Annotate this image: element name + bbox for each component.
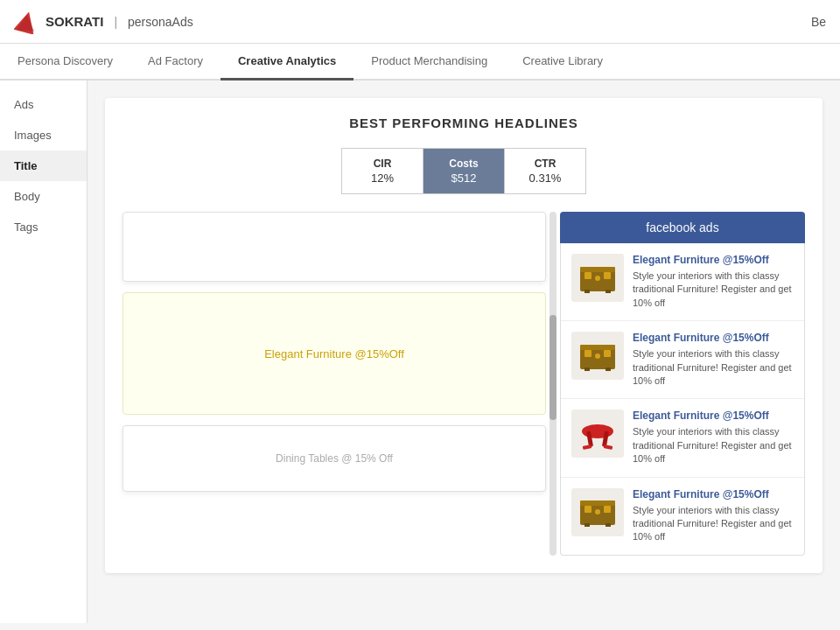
ad-desc-3: Style your interiors with this classy tr… [633, 425, 794, 466]
product-name: personaAds [128, 15, 193, 29]
svg-rect-15 [606, 368, 611, 371]
ad-desc-2: Style your interiors with this classy tr… [633, 347, 794, 388]
app-header: SOKRATI | personaAds Be [0, 0, 840, 44]
ad-item-2[interactable]: Elegant Furniture @15%Off Style your int… [561, 321, 804, 399]
header-right: Be [811, 15, 826, 29]
sidebar-item-ads[interactable]: Ads [0, 89, 87, 120]
svg-rect-10 [580, 345, 615, 350]
metrics-row: CIR 12% Costs $512 CTR 0.31% [341, 148, 586, 194]
svg-point-16 [582, 424, 613, 438]
facebook-ads-header: facebook ads [560, 212, 805, 243]
sidebar-item-body[interactable]: Body [0, 181, 87, 212]
ad-text-col-1: Elegant Furniture @15%Off Style your int… [633, 254, 794, 310]
sokrati-logo-icon [14, 10, 38, 34]
card-yellow: Elegant Furniture @15%Off [122, 292, 546, 415]
svg-rect-23 [584, 506, 592, 513]
svg-rect-3 [580, 267, 615, 272]
ad-image-2 [571, 332, 624, 380]
nav-tabs: Persona Discovery Ad Factory Creative An… [0, 44, 840, 80]
main-content: BEST PERFORMING HEADLINES CIR 12% Costs … [88, 80, 840, 623]
logo-text: SOKRATI [46, 14, 103, 29]
ad-list: Elegant Furniture @15%Off Style your int… [560, 243, 805, 556]
metric-cir-label: CIR [356, 158, 409, 170]
scroll-thumb [550, 315, 556, 420]
logo-area: SOKRATI | personaAds [14, 10, 193, 34]
metric-ctr[interactable]: CTR 0.31% [505, 149, 585, 193]
ad-title-3: Elegant Furniture @15%Off [633, 410, 794, 422]
two-col-layout: Elegant Furniture @15%Off Dining Tables … [122, 212, 805, 556]
metric-ctr-value: 0.31% [519, 172, 571, 185]
metric-costs-value: $512 [438, 172, 490, 185]
logo-separator: | [114, 15, 117, 29]
ad-text-col-4: Elegant Furniture @15%Off Style your int… [633, 488, 794, 544]
svg-rect-24 [604, 506, 611, 513]
metric-cir[interactable]: CIR 12% [342, 149, 424, 193]
svg-point-6 [595, 276, 600, 281]
card-gray-text: Dining Tables @ 15% Off [141, 444, 528, 473]
card-yellow-text: Elegant Furniture @15%Off [264, 347, 404, 360]
scroll-strip[interactable] [550, 212, 556, 556]
tab-persona-discovery[interactable]: Persona Discovery [0, 44, 130, 80]
tab-creative-library[interactable]: Creative Library [505, 44, 620, 80]
tab-creative-analytics[interactable]: Creative Analytics [220, 44, 354, 80]
svg-rect-26 [584, 523, 590, 527]
sidebar-item-tags[interactable]: Tags [0, 212, 87, 242]
ad-text-col-3: Elegant Furniture @15%Off Style your int… [633, 410, 794, 466]
ad-item-1[interactable]: Elegant Furniture @15%Off Style your int… [561, 243, 804, 321]
metric-cir-value: 12% [356, 172, 409, 185]
svg-rect-22 [580, 500, 615, 506]
svg-rect-11 [584, 350, 592, 357]
ad-item-4[interactable]: Elegant Furniture @15%Off Style your int… [561, 478, 804, 555]
sidebar-item-title[interactable]: Title [0, 150, 87, 181]
ad-image-1 [571, 254, 624, 302]
svg-rect-14 [584, 368, 590, 371]
svg-point-13 [595, 354, 600, 359]
svg-rect-20 [604, 444, 613, 450]
svg-rect-7 [584, 290, 590, 293]
content-panel: BEST PERFORMING HEADLINES CIR 12% Costs … [105, 98, 822, 573]
tab-product-merchandising[interactable]: Product Merchandising [354, 44, 505, 80]
svg-rect-5 [604, 272, 611, 279]
ad-image-3 [571, 410, 624, 458]
card-white-1 [122, 212, 546, 282]
left-col: Elegant Furniture @15%Off Dining Tables … [122, 212, 546, 556]
tab-ad-factory[interactable]: Ad Factory [130, 44, 220, 80]
ad-desc-1: Style your interiors with this classy tr… [633, 270, 794, 310]
metric-costs-label: Costs [438, 158, 490, 170]
svg-point-25 [595, 509, 600, 514]
ad-desc-4: Style your interiors with this classy tr… [633, 504, 794, 544]
sidebar-item-images[interactable]: Images [0, 120, 87, 150]
right-col: facebook ads [560, 212, 805, 556]
ad-image-4 [571, 488, 624, 536]
card-white-2: Dining Tables @ 15% Off [122, 425, 546, 492]
ad-title-1: Elegant Furniture @15%Off [633, 254, 794, 266]
metric-ctr-label: CTR [519, 158, 571, 170]
panel-title: BEST PERFORMING HEADLINES [122, 116, 805, 130]
svg-rect-27 [606, 523, 611, 527]
layout: Ads Images Title Body Tags BEST PERFORMI… [0, 80, 840, 623]
ad-text-col-2: Elegant Furniture @15%Off Style your int… [633, 332, 794, 388]
metric-costs[interactable]: Costs $512 [424, 149, 505, 193]
ad-title-2: Elegant Furniture @15%Off [633, 332, 794, 344]
svg-rect-12 [604, 350, 611, 357]
svg-rect-8 [606, 290, 611, 293]
svg-rect-19 [583, 444, 592, 450]
svg-rect-4 [584, 272, 592, 279]
sidebar: Ads Images Title Body Tags [0, 80, 88, 623]
ad-item-3[interactable]: Elegant Furniture @15%Off Style your int… [561, 399, 804, 477]
ad-title-4: Elegant Furniture @15%Off [633, 488, 794, 500]
